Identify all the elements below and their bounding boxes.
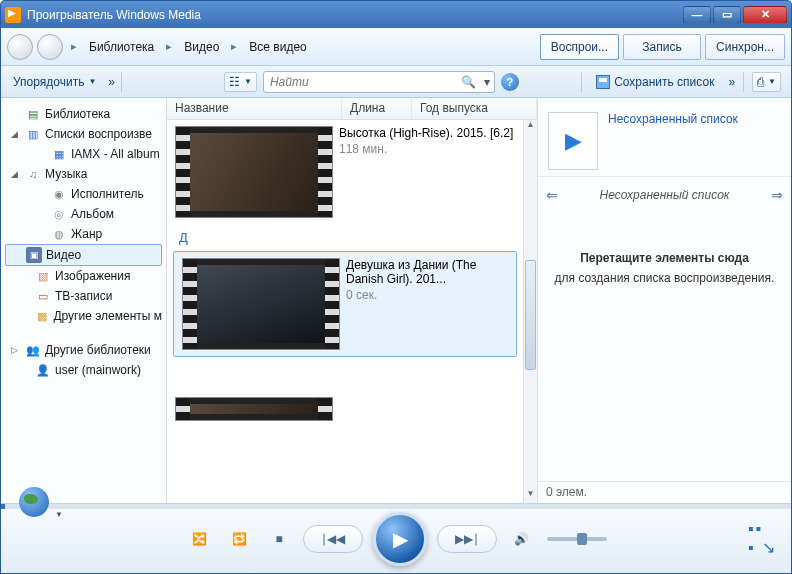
repeat-button[interactable]: 🔁	[225, 525, 253, 553]
tree-images[interactable]: ▧Изображения	[1, 266, 166, 286]
unsaved-playlist-link[interactable]: Несохраненный список	[608, 112, 781, 126]
expand-icon[interactable]: ▷	[11, 345, 21, 355]
playlist-toolbar-overflow[interactable]: »	[728, 75, 735, 89]
video-item[interactable]: Девушка из Дании (The Danish Girl). 201.…	[173, 251, 517, 357]
library-icon: ▤	[25, 106, 41, 122]
tree-artist[interactable]: ◉Исполнитель	[1, 184, 166, 204]
chevron-down-icon: ▼	[244, 77, 252, 86]
playlist-prev-button[interactable]: ⇐	[546, 187, 558, 203]
tab-burn[interactable]: Запись	[623, 34, 701, 60]
playlist-status: 0 элем.	[538, 481, 791, 503]
video-item[interactable]: Высотка (High-Rise). 2015. [6.2] 118 мин…	[167, 120, 523, 224]
stop-button[interactable]: ■	[265, 525, 293, 553]
window-titlebar: Проигрыватель Windows Media — ▭ ✕	[0, 0, 792, 28]
play-button[interactable]: ▶	[373, 512, 427, 566]
list-view-icon: ☷	[229, 75, 240, 89]
video-list-pane: Название Длина Год выпуска Высотка (High…	[167, 98, 537, 503]
genre-icon: ◍	[51, 226, 67, 242]
music-icon: ♫	[25, 166, 41, 182]
chevron-down-icon: ▼	[768, 77, 776, 86]
save-list-label: Сохранить список	[614, 75, 714, 89]
chevron-right-icon: ▸	[231, 40, 237, 53]
volume-slider[interactable]	[547, 525, 607, 553]
help-button[interactable]: ?	[501, 73, 519, 91]
navigation-tree: ▤Библиотека ◢▥Списки воспроизве ▦IAMX - …	[1, 98, 167, 503]
column-header-length[interactable]: Длина	[342, 98, 412, 119]
collapse-icon[interactable]: ◢	[11, 129, 21, 139]
minimize-button[interactable]: —	[683, 6, 711, 24]
video-title: Девушка из Дании (The Danish Girl). 201.…	[346, 258, 508, 286]
collapse-icon[interactable]: ◢	[11, 169, 21, 179]
tree-tv[interactable]: ▭ТВ-записи	[1, 286, 166, 306]
close-button[interactable]: ✕	[743, 6, 787, 24]
tree-library[interactable]: ▤Библиотека	[1, 104, 166, 124]
search-icon[interactable]: 🔍	[458, 75, 480, 89]
video-title: Высотка (High-Rise). 2015. [6.2]	[339, 126, 515, 140]
tree-genre[interactable]: ◍Жанр	[1, 224, 166, 244]
now-playing-view-button[interactable]: ▪▪▪ ↘	[748, 520, 777, 557]
toolbar-overflow[interactable]: »	[108, 75, 115, 89]
view-options-button[interactable]: ☷ ▼	[224, 72, 257, 92]
tree-other-media[interactable]: ▩Другие элементы м	[1, 306, 166, 326]
artist-icon: ◉	[51, 186, 67, 202]
tree-other-libraries[interactable]: ▷👥Другие библиотеки	[1, 340, 166, 360]
album-icon: ◎	[51, 206, 67, 222]
group-header: Д	[167, 224, 523, 247]
column-headers: Название Длина Год выпуска	[167, 98, 537, 120]
tv-icon: ▭	[35, 288, 51, 304]
libraries-icon: 👥	[25, 342, 41, 358]
search-input[interactable]	[264, 75, 458, 89]
scroll-up-icon[interactable]: ▲	[524, 120, 537, 134]
maximize-button[interactable]: ▭	[713, 6, 741, 24]
breadcrumb-all-video[interactable]: Все видео	[245, 38, 310, 56]
media-guide-button[interactable]	[19, 487, 49, 517]
drop-hint-subtitle: для создания списка воспроизведения.	[555, 271, 775, 285]
breadcrumb-video[interactable]: Видео	[180, 38, 223, 56]
tree-user-library[interactable]: 👤user (mainwork)	[1, 360, 166, 380]
column-header-year[interactable]: Год выпуска	[412, 98, 537, 119]
scroll-down-icon[interactable]: ▼	[524, 489, 537, 503]
search-box[interactable]: 🔍 ▾	[263, 71, 495, 93]
breadcrumb-library[interactable]: Библиотека	[85, 38, 158, 56]
nav-forward-button[interactable]	[37, 34, 63, 60]
playlist-title: Несохраненный список	[600, 188, 730, 202]
tab-sync[interactable]: Синхрон...	[705, 34, 785, 60]
column-header-name[interactable]: Название	[167, 98, 342, 119]
video-icon: ▣	[26, 247, 42, 263]
tree-playlists[interactable]: ◢▥Списки воспроизве	[1, 124, 166, 144]
chevron-down-icon[interactable]: ▼	[55, 510, 63, 519]
separator	[743, 72, 744, 92]
tree-playlist-item[interactable]: ▦IAMX - All album	[1, 144, 166, 164]
organize-label: Упорядочить	[13, 75, 84, 89]
tab-play[interactable]: Воспрои...	[540, 34, 619, 60]
organize-menu[interactable]: Упорядочить ▼	[7, 72, 102, 92]
playlist-pane: ▶ Несохраненный список ⇐ Несохраненный с…	[537, 98, 791, 503]
playlist-icon: ▥	[25, 126, 41, 142]
navigation-bar: ▸ Библиотека ▸ Видео ▸ Все видео Воспрои…	[1, 28, 791, 66]
video-duration: 0 сек.	[346, 288, 508, 302]
video-thumbnail	[175, 397, 333, 421]
folder-icon: ▩	[35, 308, 49, 324]
previous-button[interactable]: ∣◀◀	[303, 525, 363, 553]
video-item-partial[interactable]	[167, 391, 523, 427]
save-list-button[interactable]: Сохранить список	[590, 72, 720, 92]
images-icon: ▧	[35, 268, 51, 284]
playlist-drop-zone[interactable]: Перетащите элементы сюда для создания сп…	[538, 213, 791, 481]
playlist-options-button[interactable]: ⎙ ▼	[752, 72, 781, 92]
seek-bar[interactable]	[1, 504, 791, 509]
chevron-down-icon[interactable]: ▾	[480, 75, 494, 89]
nav-back-button[interactable]	[7, 34, 33, 60]
shuffle-button[interactable]: 🔀	[185, 525, 213, 553]
scrollbar-thumb[interactable]	[525, 260, 536, 370]
mute-button[interactable]: 🔊	[507, 525, 535, 553]
tree-music[interactable]: ◢♫Музыка	[1, 164, 166, 184]
vertical-scrollbar[interactable]: ▲ ▼	[523, 120, 537, 503]
playlist-next-button[interactable]: ⇒	[771, 187, 783, 203]
user-icon: 👤	[35, 362, 51, 378]
chevron-right-icon: ▸	[71, 40, 77, 53]
separator	[121, 72, 122, 92]
next-button[interactable]: ▶▶∣	[437, 525, 497, 553]
tree-video[interactable]: ▣Видео	[5, 244, 162, 266]
options-icon: ⎙	[757, 75, 764, 89]
tree-album[interactable]: ◎Альбом	[1, 204, 166, 224]
